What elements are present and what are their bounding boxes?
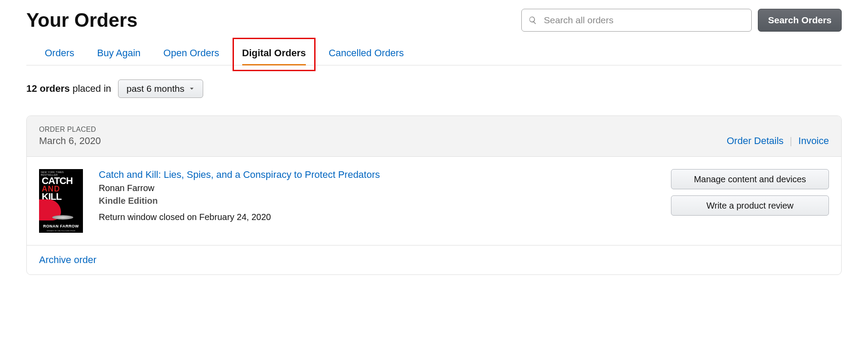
order-card: ORDER PLACED March 6, 2020 Order Details… — [26, 116, 842, 275]
product-title-link[interactable]: Catch and Kill: Lies, Spies, and a Consp… — [99, 169, 655, 180]
search-orders-button[interactable]: Search Orders — [758, 9, 842, 32]
return-window-note: Return window closed on February 24, 202… — [99, 212, 655, 222]
time-range-select[interactable]: past 6 months — [118, 79, 203, 98]
page-title: Your Orders — [26, 9, 137, 31]
filter-row: 12 orders placed in past 6 months — [26, 79, 842, 98]
tab-open-orders[interactable]: Open Orders — [163, 44, 219, 65]
tab-digital-orders[interactable]: Digital Orders — [242, 44, 306, 65]
time-range-value: past 6 months — [126, 83, 184, 94]
invoice-link[interactable]: Invoice — [798, 135, 829, 147]
order-count: 12 orders — [26, 83, 70, 94]
tabs: Orders Buy Again Open Orders Digital Ord… — [26, 44, 842, 65]
tab-digital-orders-label: Digital Orders — [242, 47, 306, 58]
search-input[interactable] — [521, 9, 752, 32]
order-placed-label: ORDER PLACED — [39, 126, 101, 134]
archive-order-link[interactable]: Archive order — [39, 254, 97, 265]
tab-orders[interactable]: Orders — [45, 44, 74, 65]
product-format: Kindle Edition — [99, 196, 655, 206]
divider: | — [790, 135, 793, 147]
tab-cancelled-orders[interactable]: Cancelled Orders — [329, 44, 404, 65]
order-details-link[interactable]: Order Details — [727, 135, 784, 147]
product-image[interactable]: NEW YORK TIMES BESTSELLER CATCH AND KILL… — [39, 169, 83, 233]
write-review-button[interactable]: Write a product review — [671, 195, 829, 216]
manage-content-button[interactable]: Manage content and devices — [671, 169, 829, 189]
search-icon — [528, 16, 537, 25]
product-author: Ronan Farrow — [99, 183, 655, 193]
order-placed-date: March 6, 2020 — [39, 135, 101, 147]
chevron-down-icon — [189, 86, 195, 92]
placed-in-label: placed in — [72, 83, 111, 94]
tab-buy-again[interactable]: Buy Again — [97, 44, 140, 65]
